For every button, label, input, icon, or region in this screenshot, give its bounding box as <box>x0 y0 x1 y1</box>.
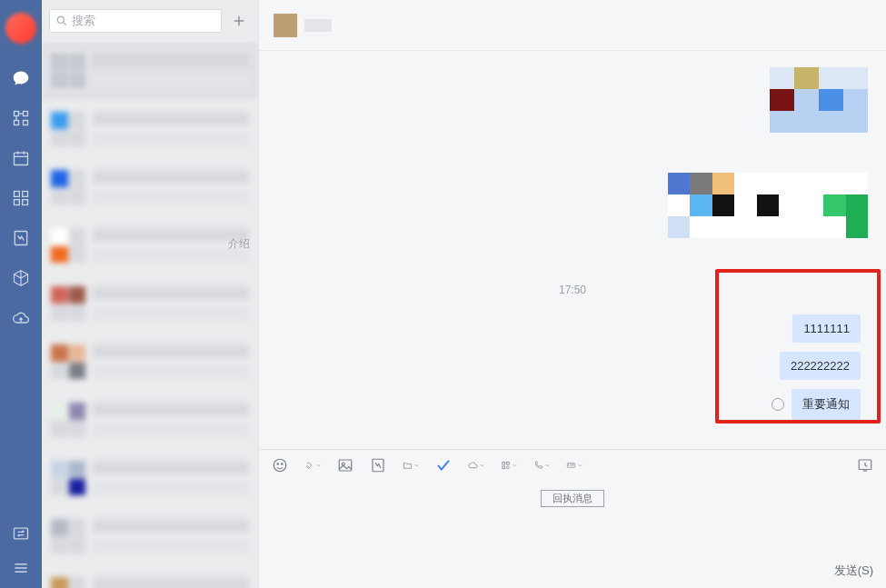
cloud-icon[interactable] <box>12 309 30 327</box>
conversation-item[interactable] <box>42 42 258 100</box>
add-button[interactable] <box>227 9 251 33</box>
docs-icon[interactable] <box>12 229 30 247</box>
conversation-item[interactable] <box>42 158 258 216</box>
svg-rect-10 <box>15 192 20 197</box>
cube-icon[interactable] <box>12 269 30 287</box>
chat-avatar[interactable] <box>274 14 297 37</box>
receipt-toggle-icon[interactable] <box>435 457 452 473</box>
search-placeholder: 搜索 <box>72 13 95 29</box>
conversation-items <box>42 42 258 588</box>
history-icon[interactable] <box>857 457 873 473</box>
chevron-down-icon <box>480 462 484 469</box>
live-icon[interactable]: LIVE <box>566 457 582 473</box>
app-shortcut-icon[interactable] <box>501 457 517 473</box>
folder-icon[interactable] <box>403 457 419 473</box>
menu-icon[interactable] <box>12 559 30 577</box>
message-image-1[interactable] <box>770 67 868 133</box>
chevron-down-icon <box>316 462 321 469</box>
send-button[interactable]: 发送(S) <box>834 563 873 579</box>
send-row: 发送(S) <box>259 563 886 588</box>
chat-header <box>259 0 886 51</box>
calendar-icon[interactable] <box>12 149 30 167</box>
screenshot-icon[interactable] <box>304 457 321 473</box>
conv-snippet: 介绍 <box>228 236 250 252</box>
message-image-2[interactable] <box>668 173 868 238</box>
search-icon <box>55 15 68 27</box>
chevron-down-icon <box>414 462 419 469</box>
svg-rect-26 <box>339 460 352 471</box>
conversation-item[interactable] <box>42 507 258 565</box>
svg-rect-15 <box>15 528 28 539</box>
svg-rect-13 <box>23 200 28 205</box>
search-row: 搜索 <box>42 0 258 42</box>
conversation-item[interactable] <box>42 391 258 449</box>
svg-point-32 <box>506 466 509 469</box>
conversation-item[interactable] <box>42 216 258 274</box>
doc-icon[interactable] <box>370 457 386 473</box>
conversation-item[interactable] <box>42 100 258 158</box>
input-toolbar: LIVE <box>259 450 886 481</box>
svg-rect-29 <box>503 462 505 464</box>
svg-rect-2 <box>15 121 19 125</box>
call-icon[interactable] <box>533 457 550 473</box>
transfer-icon[interactable] <box>12 524 30 543</box>
grid-icon[interactable] <box>12 189 30 207</box>
conversation-list: 搜索 介绍 <box>42 0 258 588</box>
svg-point-23 <box>274 459 286 472</box>
emoji-icon[interactable] <box>272 457 288 473</box>
annotation-highlight <box>715 269 881 424</box>
svg-rect-3 <box>24 121 28 125</box>
svg-point-24 <box>277 463 279 465</box>
svg-rect-31 <box>503 466 505 469</box>
chat-body: 17:50 1111111 222222222 重要通知 <box>259 51 886 449</box>
svg-point-19 <box>57 16 64 23</box>
svg-line-20 <box>64 23 66 25</box>
app-root: 搜索 介绍 17:50 1111111 222222222 重要通知 <box>0 0 886 588</box>
user-avatar[interactable] <box>5 13 36 44</box>
conversation-item[interactable] <box>42 274 258 333</box>
conversation-item[interactable] <box>42 565 258 588</box>
chat-title <box>304 19 332 32</box>
svg-point-25 <box>282 463 284 465</box>
conversation-item[interactable] <box>42 449 258 507</box>
image-icon[interactable] <box>337 457 353 473</box>
plus-icon <box>231 13 247 29</box>
nav-rail <box>0 0 42 588</box>
apps-icon[interactable] <box>12 109 30 127</box>
svg-text:LIVE: LIVE <box>569 463 574 467</box>
chat-icon[interactable] <box>12 69 30 87</box>
chevron-down-icon <box>578 462 582 469</box>
receipt-chip[interactable]: 回执消息 <box>541 490 604 507</box>
svg-rect-6 <box>15 153 28 164</box>
svg-rect-0 <box>15 112 19 116</box>
svg-rect-1 <box>24 112 28 116</box>
svg-rect-11 <box>23 192 28 197</box>
chevron-down-icon <box>513 462 517 469</box>
cloud-attach-icon[interactable] <box>468 457 484 473</box>
conversation-item[interactable] <box>42 333 258 391</box>
search-input[interactable]: 搜索 <box>49 9 222 33</box>
svg-rect-30 <box>506 462 509 464</box>
chevron-down-icon <box>545 462 550 469</box>
svg-rect-12 <box>15 200 20 205</box>
input-area: LIVE 回执消息 发送(S) <box>259 449 886 588</box>
chat-pane: 17:50 1111111 222222222 重要通知 <box>258 0 886 588</box>
message-input[interactable]: 回执消息 <box>259 481 886 563</box>
